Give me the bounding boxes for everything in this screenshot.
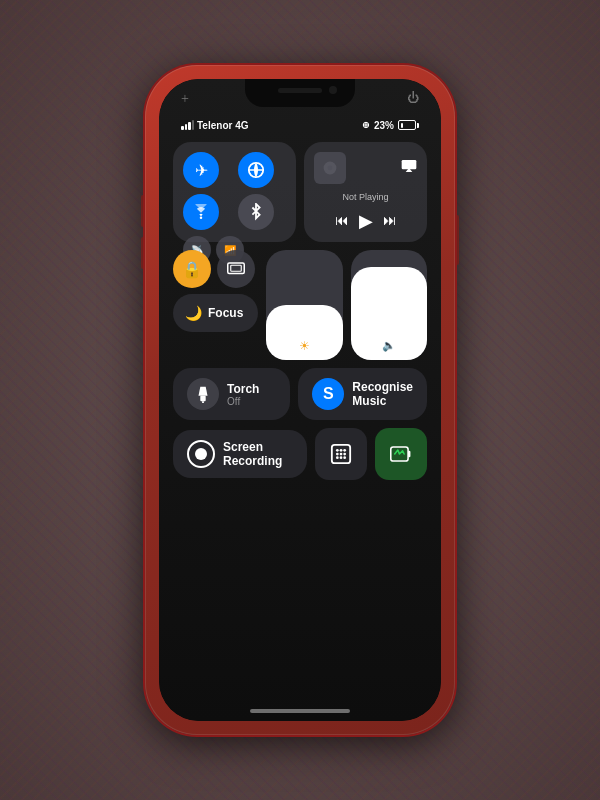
volume-icon: 🔈: [382, 339, 396, 352]
airplane-mode-button[interactable]: ✈: [183, 152, 219, 188]
power-button[interactable]: [455, 215, 459, 265]
torch-subtitle: Off: [227, 396, 259, 407]
carrier-name: Telenor 4G: [197, 120, 249, 131]
battery-body: [398, 120, 416, 130]
calculator-button[interactable]: [315, 428, 367, 480]
connectivity-media-row: ✈: [173, 142, 427, 242]
recognise-text: Recognise Music: [352, 380, 413, 408]
connectivity-tile: ✈: [173, 142, 296, 242]
brightness-slider[interactable]: ☀: [266, 250, 343, 360]
wifi-button[interactable]: [183, 194, 219, 230]
focus-button[interactable]: 🌙 Focus: [173, 294, 258, 332]
battery-icon: [398, 120, 419, 130]
screen-recording-button[interactable]: Screen Recording: [173, 430, 307, 478]
svg-point-4: [328, 166, 333, 171]
brightness-icon: ☀: [299, 339, 310, 354]
signal-bar-3: [188, 122, 191, 130]
screen-recording-subtitle: Recording: [223, 454, 282, 468]
add-icon[interactable]: +: [181, 91, 189, 107]
focus-label: Focus: [208, 306, 243, 320]
control-center: ✈: [159, 136, 441, 486]
status-bar: Telenor 4G ⊕ 23%: [159, 114, 441, 136]
play-button[interactable]: ▶: [359, 210, 373, 232]
screen-recording-title: Screen: [223, 440, 282, 454]
battery-tip: [417, 123, 419, 128]
battery-fill: [401, 123, 404, 128]
bottom-row: Screen Recording: [173, 428, 427, 480]
torch-text: Torch Off: [227, 382, 259, 407]
shazam-icon: S: [312, 378, 344, 410]
svg-point-2: [200, 217, 203, 220]
sliders: ☀ 🔈: [266, 250, 427, 360]
status-left: Telenor 4G: [181, 120, 249, 131]
screen-recording-text: Screen Recording: [223, 440, 282, 468]
media-tile[interactable]: Not Playing ⏮ ▶ ⏭: [304, 142, 427, 242]
screen-mirror-button[interactable]: [217, 250, 255, 288]
left-controls: 🔒 🌙 Focus: [173, 250, 258, 360]
svg-rect-8: [200, 396, 205, 401]
not-playing-label: Not Playing: [314, 192, 417, 202]
screen-content: + ⏻ Telenor 4G ⊕ 2: [159, 79, 441, 721]
signal-bar-1: [181, 126, 184, 130]
icon-row: 🔒: [173, 250, 258, 288]
svg-rect-22: [408, 451, 410, 457]
home-indicator[interactable]: [250, 709, 350, 713]
front-camera: [329, 86, 337, 94]
actions-row: Torch Off S Recognise Music: [173, 368, 427, 420]
speaker-grille: [278, 88, 322, 93]
sliders-row: 🔒 🌙 Focus: [173, 250, 427, 360]
power-icon[interactable]: ⏻: [407, 91, 419, 106]
phone-device: + ⏻ Telenor 4G ⊕ 2: [145, 65, 455, 735]
bluetooth-button[interactable]: [238, 194, 274, 230]
moon-icon: 🌙: [185, 305, 202, 322]
signal-bar-4: [192, 120, 195, 130]
next-button[interactable]: ⏭: [383, 213, 397, 229]
svg-marker-9: [199, 387, 208, 396]
signal-strength: [181, 120, 194, 130]
screen-lock-button[interactable]: 🔒: [173, 250, 211, 288]
recognise-music-button[interactable]: S Recognise Music: [298, 368, 427, 420]
media-controls: ⏮ ▶ ⏭: [314, 210, 417, 232]
album-art: [314, 152, 346, 184]
recognise-title2: Music: [352, 394, 413, 408]
torch-icon: [187, 378, 219, 410]
record-icon: [187, 440, 215, 468]
vpn-button[interactable]: [238, 152, 274, 188]
battery-health-button[interactable]: [375, 428, 427, 480]
volume-slider[interactable]: 🔈: [351, 250, 428, 360]
signal-bar-2: [185, 124, 188, 130]
recognise-title: Recognise: [352, 380, 413, 394]
previous-button[interactable]: ⏮: [335, 213, 349, 229]
bluetooth-area: [238, 194, 287, 230]
status-right: ⊕ 23%: [362, 120, 419, 131]
record-dot: [195, 448, 207, 460]
svg-rect-7: [231, 265, 242, 271]
phone-body: + ⏻ Telenor 4G ⊕ 2: [145, 65, 455, 735]
notch: [245, 79, 355, 107]
media-header: [314, 152, 417, 184]
airplay-icon[interactable]: [401, 158, 417, 178]
torch-button[interactable]: Torch Off: [173, 368, 290, 420]
battery-percentage: 23%: [374, 120, 394, 131]
phone-screen: + ⏻ Telenor 4G ⊕ 2: [159, 79, 441, 721]
torch-title: Torch: [227, 382, 259, 396]
location-icon: ⊕: [362, 120, 370, 130]
